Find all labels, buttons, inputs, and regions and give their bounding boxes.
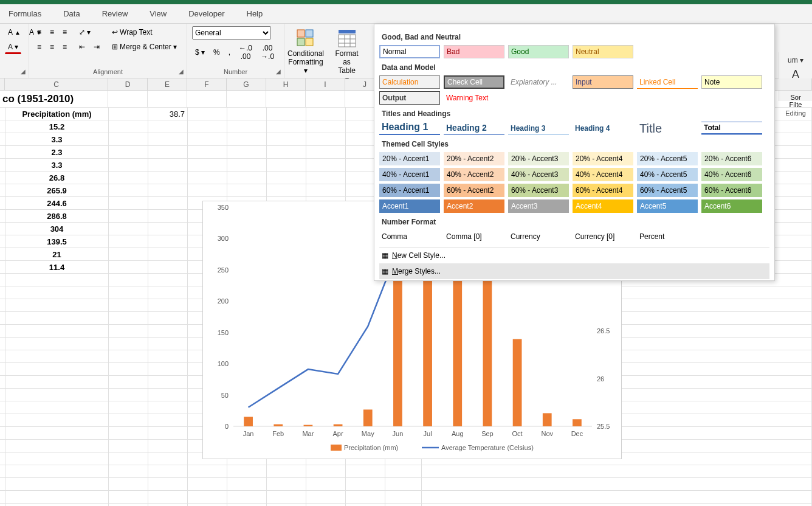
cell[interactable] [148,350,188,362]
style-comma[interactable]: Comma [379,230,440,243]
cell[interactable] [267,133,306,145]
cell[interactable] [148,363,188,375]
cell[interactable] [267,465,306,477]
cell[interactable] [267,491,306,503]
cell[interactable] [148,325,188,337]
style-40-accent5[interactable]: 40% - Accent5 [637,168,698,181]
style-60-accent2[interactable]: 60% - Accent2 [444,184,504,197]
cell[interactable] [188,478,227,490]
style-percent[interactable]: Percent [637,230,698,243]
increase-font-button[interactable]: A▲ [5,26,24,38]
style-heading4[interactable]: Heading 4 [573,122,633,135]
style-20-accent1[interactable]: 20% - Accent1 [379,152,440,165]
tab-developer[interactable]: Developer [186,5,227,22]
tab-formulas[interactable]: Formulas [6,5,44,22]
style-normal[interactable]: Normal [379,45,440,58]
cell[interactable] [227,184,267,196]
style-accent6[interactable]: Accent6 [701,199,762,213]
style-explanatory[interactable]: Explanatory ... [508,75,569,89]
decrease-indent-button[interactable]: ⇤ [76,41,88,53]
cell[interactable] [109,133,148,145]
cell[interactable] [306,159,346,171]
cell[interactable] [188,108,227,120]
style-title[interactable]: Title [637,122,698,135]
style-20-accent3[interactable]: 20% - Accent3 [508,152,569,165]
cell[interactable] [109,223,148,235]
cell[interactable] [109,363,148,375]
merge-center-button[interactable]: ⊞ Merge & Center ▾ [109,41,180,53]
style-heading1[interactable]: Heading 1 [379,122,440,135]
cell[interactable] [188,184,227,196]
decrease-decimal-button[interactable]: .00→.0 [258,42,277,63]
cell[interactable] [385,465,422,477]
cell-precip-10[interactable]: 21 [5,248,109,260]
style-bad[interactable]: Bad [444,45,504,58]
cell[interactable] [5,274,109,286]
cell[interactable] [108,91,148,107]
increase-decimal-button[interactable]: ←.0.00 [236,42,255,63]
style-comma0[interactable]: Comma [0] [444,230,504,243]
cell[interactable] [148,223,188,235]
cell[interactable] [227,108,267,120]
cell[interactable] [148,440,188,452]
cell[interactable] [5,491,109,503]
cell[interactable] [5,299,109,311]
cell-E2[interactable]: 38.7 [148,108,188,120]
cell[interactable] [109,325,148,337]
style-60-accent1[interactable]: 60% - Accent1 [379,184,440,197]
cell[interactable] [109,184,148,196]
style-heading3[interactable]: Heading 3 [508,122,569,135]
align-left-button[interactable]: ≡ [34,41,44,53]
cell[interactable] [148,504,188,506]
cell[interactable] [5,363,109,375]
cell[interactable] [227,91,266,107]
cell[interactable] [109,312,148,324]
tab-help[interactable]: Help [244,5,266,22]
cell[interactable] [385,491,422,503]
cell[interactable] [148,401,188,414]
style-currency0[interactable]: Currency [0] [573,230,633,243]
style-40-accent3[interactable]: 40% - Accent3 [508,168,569,181]
cell-precip-5[interactable]: 265.9 [5,184,109,196]
cell[interactable] [148,261,188,273]
cell[interactable] [148,184,188,196]
tab-data[interactable]: Data [61,5,82,22]
cell[interactable] [109,338,148,350]
cell-precip-6[interactable]: 244.6 [5,197,109,209]
orientation-button[interactable]: ⤢ ▾ [76,26,94,38]
cell[interactable] [148,376,188,388]
cell[interactable] [227,133,267,145]
style-note[interactable]: Note [701,75,762,89]
cell[interactable] [5,286,109,299]
style-60-accent6[interactable]: 60% - Accent6 [701,184,762,197]
style-40-accent4[interactable]: 40% - Accent4 [573,168,633,181]
tab-view[interactable]: View [147,5,169,22]
cell[interactable] [5,401,109,414]
cell[interactable] [267,120,306,133]
cell[interactable] [267,146,306,158]
cell[interactable] [346,504,385,506]
cell-precip-1[interactable]: 3.3 [5,133,109,145]
cell[interactable] [227,504,267,506]
cell[interactable] [5,440,109,452]
cell[interactable] [227,172,267,184]
style-20-accent2[interactable]: 20% - Accent2 [444,152,504,165]
cell[interactable] [188,504,227,506]
cell[interactable] [109,172,148,184]
cell[interactable] [188,465,227,477]
cell[interactable] [148,299,188,311]
cell[interactable] [306,491,346,503]
style-40-accent2[interactable]: 40% - Accent2 [444,168,504,181]
cell[interactable] [5,504,109,506]
cell[interactable] [188,146,227,158]
style-heading2[interactable]: Heading 2 [444,122,504,135]
cell[interactable] [148,286,188,299]
style-40-accent1[interactable]: 40% - Accent1 [379,168,440,181]
font-color-button[interactable]: A ▾ [5,41,21,54]
cell[interactable] [109,274,148,286]
cell[interactable] [5,478,109,490]
cell[interactable] [306,504,346,506]
style-20-accent5[interactable]: 20% - Accent5 [637,152,698,165]
cell[interactable] [227,120,267,133]
cell[interactable] [188,491,227,503]
